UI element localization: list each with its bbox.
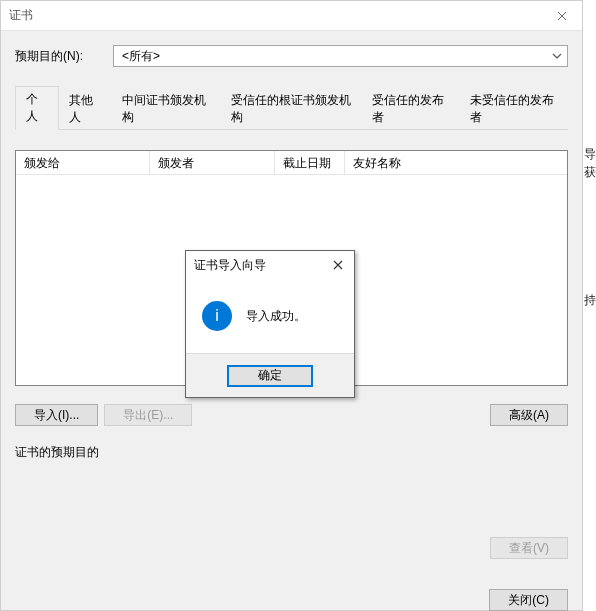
col-expiration[interactable]: 截止日期 (275, 151, 345, 174)
bg-fragment: 持 (584, 292, 596, 309)
button-row-2: 查看(V) (15, 537, 568, 559)
import-button[interactable]: 导入(I)... (15, 404, 98, 426)
intended-purpose-value: <所有> (122, 48, 160, 65)
dialog-titlebar: 证书导入向导 (186, 251, 354, 279)
advanced-button[interactable]: 高级(A) (490, 404, 568, 426)
dialog-message: 导入成功。 (246, 308, 306, 325)
cert-tab-strip: 个人 其他人 中间证书颁发机构 受信任的根证书颁发机构 受信任的发布者 未受信任… (15, 85, 568, 130)
titlebar: 证书 (1, 1, 582, 31)
view-button: 查看(V) (490, 537, 568, 559)
tab-intermediate-ca[interactable]: 中间证书颁发机构 (112, 88, 220, 130)
dialog-title: 证书导入向导 (194, 257, 266, 274)
tab-trusted-publishers[interactable]: 受信任的发布者 (362, 88, 459, 130)
close-icon (557, 11, 567, 21)
bg-fragment: 获 (584, 164, 596, 181)
dialog-close-button[interactable] (322, 251, 354, 279)
bg-fragment: 导 (584, 146, 596, 163)
dialog-body: i 导入成功。 (186, 279, 354, 353)
chevron-down-icon (551, 50, 563, 62)
info-icon: i (202, 301, 232, 331)
tab-personal[interactable]: 个人 (15, 86, 59, 130)
button-row-1: 导入(I)... 导出(E)... 高级(A) (15, 404, 568, 426)
cert-intended-purpose-heading: 证书的预期目的 (15, 444, 568, 461)
window-close-button[interactable] (542, 1, 582, 31)
tab-other-people[interactable]: 其他人 (59, 88, 112, 130)
dialog-ok-button[interactable]: 确定 (227, 365, 313, 387)
tab-untrusted-publishers[interactable]: 未受信任的发布者 (460, 88, 568, 130)
col-issued-to[interactable]: 颁发给 (16, 151, 150, 174)
intended-purpose-row: 预期目的(N): <所有> (15, 45, 568, 67)
intended-purpose-label: 预期目的(N): (15, 48, 83, 65)
dialog-footer: 确定 (186, 353, 354, 397)
window-title: 证书 (9, 7, 33, 24)
intended-purpose-select[interactable]: <所有> (113, 45, 568, 67)
col-friendly-name[interactable]: 友好名称 (345, 151, 567, 174)
col-issued-by[interactable]: 颁发者 (150, 151, 275, 174)
import-wizard-dialog: 证书导入向导 i 导入成功。 确定 (185, 250, 355, 398)
close-button[interactable]: 关闭(C) (489, 589, 568, 611)
button-row-3: 关闭(C) (15, 589, 568, 611)
tab-trusted-root-ca[interactable]: 受信任的根证书颁发机构 (221, 88, 363, 130)
close-icon (333, 260, 343, 270)
export-button: 导出(E)... (104, 404, 192, 426)
cert-table-header-row: 颁发给 颁发者 截止日期 友好名称 (16, 151, 567, 175)
